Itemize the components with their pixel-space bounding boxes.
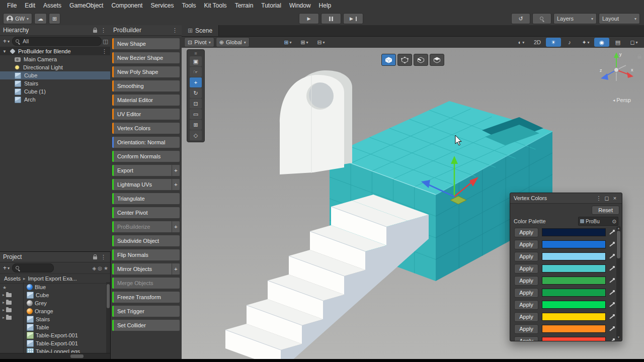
- add-asset-button[interactable]: + ▾: [2, 264, 11, 272]
- eyedropper-icon[interactable]: [609, 314, 615, 320]
- menu-item[interactable]: Tutorial: [257, 0, 285, 11]
- snap-settings-dropdown[interactable]: ⊞ ▾: [297, 38, 312, 47]
- color-swatch[interactable]: [542, 289, 606, 297]
- palette-object-field[interactable]: ProBu ⊙: [578, 217, 618, 226]
- options-button[interactable]: +: [172, 221, 180, 232]
- y-axis-cone[interactable]: [614, 52, 619, 58]
- probuilder-action-button[interactable]: Merge Objects: [112, 277, 180, 289]
- pivot-dropdown[interactable]: ⊡ Pivot ▾: [184, 37, 214, 47]
- add-object-button[interactable]: + ▾: [2, 38, 11, 45]
- apply-button[interactable]: Apply: [514, 228, 538, 237]
- menu-item[interactable]: Tools: [178, 0, 200, 11]
- stairs-model[interactable]: [225, 195, 429, 359]
- hierarchy-item[interactable]: Cube (1): [0, 87, 110, 96]
- move-tool-icon[interactable]: +: [190, 77, 202, 87]
- scrollbar-thumb[interactable]: [70, 354, 84, 358]
- probuilder-action-button[interactable]: Export +: [112, 164, 180, 176]
- project-asset-row[interactable]: Blue: [24, 283, 110, 291]
- hierarchy-item[interactable]: Directional Light: [0, 63, 110, 71]
- custom-tool-icon[interactable]: ◇: [190, 130, 202, 140]
- probuilder-action-button[interactable]: Freeze Transform: [112, 291, 180, 303]
- object-picker-icon[interactable]: ⊙: [612, 219, 616, 224]
- mode-face-button[interactable]: [430, 54, 444, 66]
- step-button[interactable]: ▶: [343, 13, 363, 24]
- search-by-label-icon[interactable]: ◎: [98, 265, 102, 271]
- probuilder-action-button[interactable]: Vertex Colors: [112, 122, 180, 134]
- lock-icon[interactable]: [93, 256, 97, 259]
- effects-dropdown[interactable]: ✦ ▾: [578, 38, 593, 47]
- account-button[interactable]: GW ▾: [3, 13, 32, 24]
- hierarchy-item[interactable]: Stairs: [0, 79, 110, 87]
- probuilder-action-button[interactable]: New Bezier Shape: [112, 52, 180, 64]
- menu-item[interactable]: Window: [285, 0, 315, 11]
- lock-icon[interactable]: [93, 30, 97, 33]
- probuilder-action-button[interactable]: Set Collider: [112, 319, 180, 331]
- color-swatch[interactable]: [542, 277, 606, 285]
- probuilder-action-button[interactable]: Flip Normals: [112, 249, 180, 261]
- probuilder-action-button[interactable]: Mirror Objects +: [112, 263, 180, 275]
- layers-dropdown[interactable]: Layers ▾: [553, 13, 597, 24]
- eyedropper-icon[interactable]: [609, 242, 615, 247]
- eyedropper-icon[interactable]: [609, 326, 615, 332]
- close-icon[interactable]: ×: [611, 195, 618, 201]
- eyedropper-icon[interactable]: [609, 290, 615, 296]
- eyedropper-icon[interactable]: [609, 338, 615, 341]
- scroll-down-icon[interactable]: ▼: [616, 336, 621, 339]
- 2d-toggle[interactable]: 2D: [530, 38, 545, 47]
- orientation-gizmo[interactable]: y x z: [595, 50, 638, 89]
- overlay-drag-handle[interactable]: ≡: [188, 51, 203, 56]
- eyedropper-icon[interactable]: [609, 230, 615, 235]
- apply-button[interactable]: Apply: [514, 288, 538, 298]
- audio-toggle[interactable]: ♪: [562, 38, 577, 47]
- scroll-up-icon[interactable]: ▲: [616, 227, 621, 230]
- palette-scrollbar[interactable]: ▲ ▼: [616, 226, 621, 339]
- rotate-tool-icon[interactable]: ↻: [190, 88, 202, 98]
- folder-item[interactable]: ▸: [0, 291, 23, 299]
- breadcrumb-current[interactable]: Import Export Exa...: [28, 276, 77, 282]
- reset-button[interactable]: Reset: [592, 206, 619, 215]
- search-by-type-icon[interactable]: ◈: [93, 265, 97, 271]
- menu-item[interactable]: Kit Tools: [200, 0, 230, 11]
- grid-button[interactable]: ⊞: [49, 13, 60, 24]
- eyedropper-icon[interactable]: [609, 254, 615, 259]
- scrollbar-thumb[interactable]: [107, 284, 110, 308]
- maximize-icon[interactable]: ◻: [603, 195, 610, 202]
- gizmo-lock-icon[interactable]: [637, 56, 641, 58]
- apply-button[interactable]: Apply: [514, 336, 538, 341]
- apply-button[interactable]: Apply: [514, 300, 538, 310]
- probuilder-action-button[interactable]: Conform Normals: [112, 150, 180, 162]
- apply-button[interactable]: Apply: [514, 276, 538, 286]
- menu-item[interactable]: Assets: [39, 0, 65, 11]
- mode-edge-button[interactable]: [414, 54, 428, 66]
- lighting-toggle[interactable]: ☀: [546, 38, 561, 47]
- menu-item[interactable]: GameObject: [65, 0, 107, 11]
- layout-dropdown[interactable]: Layout ▾: [599, 13, 640, 24]
- color-swatch[interactable]: [542, 228, 606, 236]
- hierarchy-item[interactable]: Main Camera: [0, 55, 110, 63]
- apply-button[interactable]: Apply: [514, 240, 538, 249]
- favorites-item[interactable]: ★: [0, 284, 23, 291]
- apply-button[interactable]: Apply: [514, 324, 538, 334]
- probuilder-action-button[interactable]: Triangulate: [112, 193, 180, 205]
- project-asset-row[interactable]: Grey: [24, 299, 110, 307]
- expand-arrow-icon[interactable]: ▸: [3, 315, 5, 320]
- transform-tool-icon[interactable]: ⊞: [190, 120, 202, 130]
- kebab-menu-icon[interactable]: ⋮: [101, 48, 108, 55]
- breadcrumb-root[interactable]: Assets: [4, 276, 21, 282]
- scale-tool-icon[interactable]: ⊡: [190, 99, 202, 109]
- project-search-input[interactable]: [12, 263, 54, 273]
- color-swatch[interactable]: [542, 240, 606, 248]
- probuilder-context-icon[interactable]: ▣: [190, 56, 202, 66]
- options-button[interactable]: +: [172, 165, 180, 176]
- grid-visibility-dropdown[interactable]: ⊞ ▾: [280, 38, 295, 47]
- color-swatch[interactable]: [542, 337, 606, 341]
- favorite-search-icon[interactable]: ★: [104, 265, 108, 271]
- vertex-colors-titlebar[interactable]: Vertex Colors ⋮ ◻ ×: [510, 193, 622, 204]
- apply-button[interactable]: Apply: [514, 252, 538, 261]
- probuilder-action-button[interactable]: Set Trigger: [112, 305, 180, 317]
- gizmos-dropdown[interactable]: ◻ ▾: [626, 38, 641, 47]
- foldout-icon[interactable]: ▼: [2, 49, 7, 54]
- kebab-menu-icon[interactable]: ⋮: [100, 27, 107, 34]
- color-swatch[interactable]: [542, 313, 606, 321]
- z-axis-cone[interactable]: [601, 73, 608, 80]
